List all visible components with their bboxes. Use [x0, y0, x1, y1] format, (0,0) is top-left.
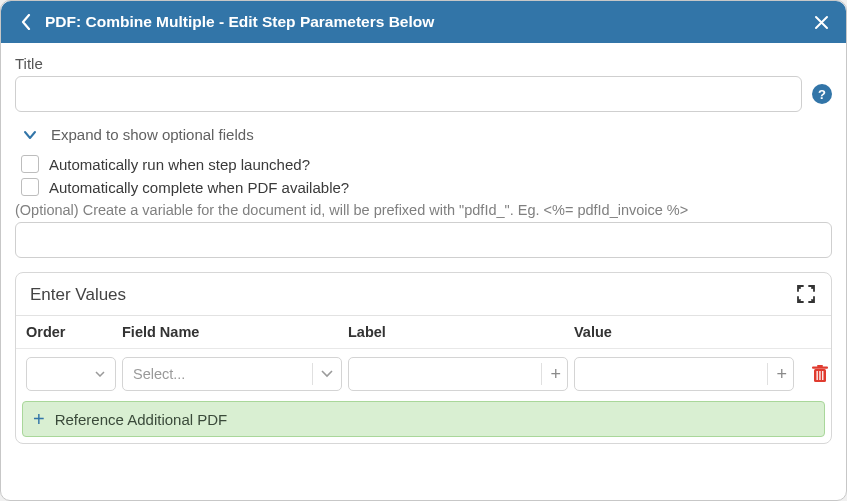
plus-icon: +: [33, 408, 45, 431]
field-name-select[interactable]: Select...: [122, 357, 342, 391]
col-value: Value: [574, 324, 794, 340]
auto-run-checkbox[interactable]: [21, 155, 39, 173]
title-label: Title: [15, 55, 832, 72]
auto-complete-label: Automatically complete when PDF availabl…: [49, 179, 349, 196]
caret-down-icon: [321, 370, 333, 378]
svg-rect-4: [819, 371, 820, 380]
variable-input[interactable]: [15, 222, 832, 258]
plus-icon: +: [776, 364, 787, 385]
value-input[interactable]: +: [574, 357, 794, 391]
add-reference-button[interactable]: + Reference Additional PDF: [22, 401, 825, 437]
dialog-title: PDF: Combine Multiple - Edit Step Parame…: [45, 13, 810, 31]
dialog-body: Title ? Expand to show optional fields A…: [1, 43, 846, 500]
fullscreen-button[interactable]: [797, 285, 817, 305]
label-input[interactable]: +: [348, 357, 568, 391]
caret-down-icon: [95, 371, 105, 377]
delete-row-button[interactable]: [800, 365, 840, 383]
values-panel: Enter Values Order Field Name Label Valu…: [15, 272, 832, 444]
col-order: Order: [26, 324, 116, 340]
plus-icon: +: [550, 364, 561, 385]
field-name-placeholder: Select...: [133, 366, 304, 382]
chevron-left-icon: [21, 14, 31, 30]
chevron-down-icon: [23, 130, 37, 140]
col-field-name: Field Name: [122, 324, 342, 340]
col-label: Label: [348, 324, 568, 340]
expand-optional-toggle[interactable]: Expand to show optional fields: [23, 126, 832, 143]
help-icon[interactable]: ?: [812, 84, 832, 104]
values-panel-title: Enter Values: [30, 285, 126, 305]
svg-rect-5: [822, 371, 823, 380]
trash-icon: [812, 365, 828, 383]
table-row: Select... + +: [16, 349, 831, 401]
order-select[interactable]: [26, 357, 116, 391]
auto-complete-row: Automatically complete when PDF availabl…: [21, 178, 832, 196]
auto-run-label: Automatically run when step launched?: [49, 156, 310, 173]
values-table: Order Field Name Label Value Select...: [16, 315, 831, 401]
dialog: PDF: Combine Multiple - Edit Step Parame…: [0, 0, 847, 501]
back-button[interactable]: [15, 14, 37, 30]
variable-hint: (Optional) Create a variable for the doc…: [15, 202, 832, 218]
title-input[interactable]: [15, 76, 802, 112]
auto-complete-checkbox[interactable]: [21, 178, 39, 196]
svg-rect-2: [817, 365, 823, 367]
values-panel-header: Enter Values: [16, 273, 831, 315]
expand-icon: [797, 285, 815, 303]
add-reference-label: Reference Additional PDF: [55, 411, 228, 428]
dialog-header: PDF: Combine Multiple - Edit Step Parame…: [1, 1, 846, 43]
close-icon: [814, 15, 829, 30]
expand-optional-label: Expand to show optional fields: [51, 126, 254, 143]
auto-run-row: Automatically run when step launched?: [21, 155, 832, 173]
svg-rect-3: [817, 371, 818, 380]
close-button[interactable]: [810, 15, 832, 30]
table-header: Order Field Name Label Value: [16, 316, 831, 349]
